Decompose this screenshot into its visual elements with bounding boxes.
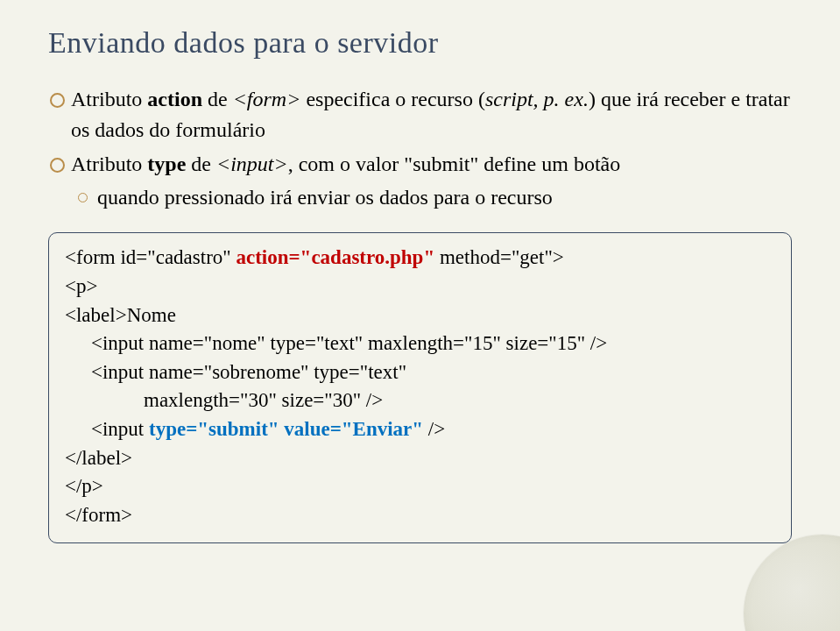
code-line-1: <form id="cadastro" action="cadastro.php…: [65, 244, 775, 273]
code-blue: type="submit" value="Enviar": [149, 418, 423, 440]
code-line-4: <input name="nome" type="text" maxlength…: [65, 330, 775, 358]
text: especifica o recurso (: [300, 88, 485, 110]
code-line-3: <label>Nome: [65, 301, 775, 330]
bold-action: action: [147, 88, 202, 110]
code-line-8: </label>: [65, 444, 775, 473]
text: de: [186, 152, 216, 175]
code-text: <form id="cadastro": [65, 246, 236, 268]
slide: Enviando dados para o servidor Atributo …: [0, 0, 840, 631]
bullet-list: Atributo action de <form> especifica o r…: [48, 84, 792, 213]
code-text: />: [423, 418, 445, 440]
sub-bullet: quando pressionado irá enviar os dados p…: [71, 182, 792, 213]
sub-list: quando pressionado irá enviar os dados p…: [71, 182, 792, 213]
code-line-7: <input type="submit" value="Enviar" />: [65, 415, 775, 444]
code-box: <form id="cadastro" action="cadastro.php…: [48, 232, 792, 543]
code-text: <input: [91, 418, 149, 440]
code-line-2: <p>: [65, 273, 775, 301]
text: Atributo: [71, 88, 147, 110]
code-text: method="get">: [434, 246, 564, 268]
slide-title: Enviando dados para o servidor: [48, 26, 792, 60]
decorative-circle: [744, 535, 840, 631]
bullet-1: Atributo action de <form> especifica o r…: [48, 84, 792, 145]
text: Atributo: [71, 152, 147, 175]
text: de: [202, 88, 233, 110]
code-line-10: </form>: [65, 501, 775, 530]
code-line-6: maxlength="30" size="30" />: [65, 386, 775, 415]
code-red: action="cadastro.php": [236, 246, 434, 268]
bold-type: type: [147, 152, 186, 175]
italic-input: <input>: [216, 152, 288, 175]
code-line-9: </p>: [65, 472, 775, 501]
code-line-5: <input name="sobrenome" type="text": [65, 358, 775, 387]
text: , com o valor "submit" define um botão: [288, 152, 621, 175]
italic-script: script, p. ex.: [485, 88, 589, 110]
bullet-2: Atributo type de <input>, com o valor "s…: [48, 149, 792, 214]
italic-form: <form>: [233, 88, 301, 110]
